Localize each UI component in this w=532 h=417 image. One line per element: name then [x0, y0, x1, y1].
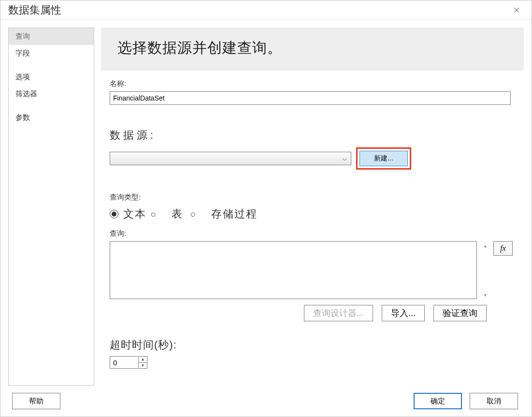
help-button[interactable]: 帮助 — [12, 393, 60, 409]
spinner-up-button[interactable]: ▲ — [139, 357, 147, 363]
import-button[interactable]: 导入... — [382, 305, 425, 321]
sidebar-item-parameters[interactable]: 参数 — [9, 109, 94, 126]
datasource-section: 数据源: 新建... — [110, 128, 513, 170]
validate-query-button[interactable]: 验证查询 — [433, 305, 487, 321]
sidebar-item-label: 参数 — [15, 113, 30, 121]
dialog-body: 查询 字段 选项 筛选器 参数 选择数据源并创建查询。 名称: 数据源: — [0, 20, 532, 386]
query-textarea[interactable] — [110, 241, 477, 299]
radio-text[interactable] — [110, 210, 118, 218]
sidebar-item-filters[interactable]: 筛选器 — [9, 86, 94, 102]
timeout-spinner[interactable]: ▲ ▼ — [110, 356, 147, 369]
sidebar-item-query[interactable]: 查询 — [9, 28, 94, 45]
chevron-down-icon — [342, 154, 347, 163]
scroll-up-icon: ▴ — [481, 241, 489, 250]
title-bar: 数据集属性 — [0, 0, 532, 20]
close-button[interactable] — [506, 2, 527, 18]
query-type-radios: 文本 ○ 表 ○ 存储过程 — [110, 207, 513, 221]
new-datasource-button[interactable]: 新建... — [359, 151, 408, 166]
sidebar-item-label: 筛选器 — [15, 89, 37, 98]
name-section: 名称: — [110, 79, 513, 105]
expression-button[interactable]: fx — [493, 241, 513, 256]
radio-table-label: 表 — [172, 207, 183, 221]
query-scrollbar[interactable]: ▴ ▾ — [481, 241, 489, 299]
main-header: 选择数据源并创建查询。 — [101, 28, 524, 71]
query-label: 查询: — [110, 229, 513, 238]
form-area: 名称: 数据源: 新建... — [101, 71, 524, 386]
sidebar-item-label: 选项 — [15, 72, 30, 81]
radio-text-label: 文本 — [123, 207, 146, 221]
new-button-highlight: 新建... — [356, 147, 411, 170]
main-panel: 选择数据源并创建查询。 名称: 数据源: 新建 — [101, 28, 524, 386]
close-icon — [514, 7, 519, 13]
query-designer-button[interactable]: 查询设计器... — [304, 305, 373, 321]
cancel-button[interactable]: 取消 — [470, 393, 518, 409]
page-heading: 选择数据源并创建查询。 — [117, 38, 513, 58]
query-type-label: 查询类型: — [110, 193, 513, 202]
scroll-down-icon: ▾ — [481, 290, 489, 299]
timeout-section: 超时时间(秒): ▲ ▼ — [110, 338, 513, 369]
sidebar-item-fields[interactable]: 字段 — [9, 45, 94, 62]
datasource-label: 数据源: — [110, 128, 513, 143]
dialog-footer: 帮助 确定 取消 — [0, 386, 532, 417]
name-input[interactable] — [110, 91, 511, 105]
ok-button[interactable]: 确定 — [414, 393, 462, 409]
sidebar-item-label: 查询 — [15, 32, 30, 40]
timeout-label: 超时时间(秒): — [110, 338, 513, 352]
window-title: 数据集属性 — [5, 1, 64, 19]
sidebar-item-label: 字段 — [15, 49, 30, 57]
spinner-down-button[interactable]: ▼ — [139, 363, 147, 369]
sidebar-item-options[interactable]: 选项 — [9, 69, 94, 86]
radio-proc-label: 存储过程 — [211, 207, 258, 221]
timeout-input[interactable] — [110, 357, 138, 368]
sidebar: 查询 字段 选项 筛选器 参数 — [8, 28, 94, 386]
radio-table[interactable]: ○ — [150, 209, 157, 220]
dialog-window: 数据集属性 查询 字段 选项 筛选器 参数 选择数据源并创建查询。 名称: — [0, 0, 532, 417]
name-label: 名称: — [110, 79, 513, 88]
query-type-section: 查询类型: 文本 ○ 表 ○ 存储过程 — [110, 193, 513, 221]
query-section: 查询: ▴ ▾ fx 查询设计器... 导入... 验证查询 — [110, 229, 513, 321]
radio-proc[interactable]: ○ — [190, 209, 197, 220]
datasource-dropdown[interactable] — [110, 152, 351, 165]
